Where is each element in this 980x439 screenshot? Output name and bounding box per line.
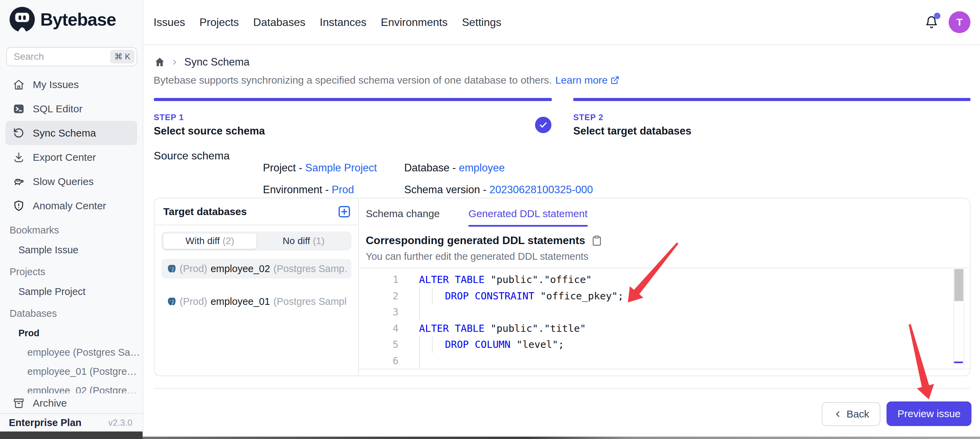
nav-issues[interactable]: Issues xyxy=(154,16,185,29)
sql-text: "office_pkey"; xyxy=(535,288,624,305)
ddl-tabs: Schema change Generated DDL statement xyxy=(366,208,970,227)
brand-wordmark: Bytebase xyxy=(40,9,116,30)
nav-settings[interactable]: Settings xyxy=(462,16,501,29)
target-databases-panel: Target databases With diff (2) No diff (… xyxy=(154,198,359,375)
line-number: 2 xyxy=(359,288,405,305)
sidebar-item-sample-issue[interactable]: Sample Issue xyxy=(0,240,143,259)
target-db-name: employee_01 xyxy=(210,296,270,307)
search-shortcut-badge: ⌘ K xyxy=(110,50,134,64)
editor-scrollbar[interactable] xyxy=(953,269,964,368)
sidebar-item-export-center[interactable]: Export Center xyxy=(0,145,143,169)
sidebar-item-label: Anomaly Center xyxy=(33,200,106,212)
step-1: STEP 1 Select source schema xyxy=(154,113,265,137)
nav-projects[interactable]: Projects xyxy=(199,16,239,29)
ddl-panel: Schema change Generated DDL statement Co… xyxy=(359,198,970,375)
sidebar-item-sync-schema[interactable]: Sync Schema xyxy=(5,121,137,145)
preview-issue-label: Preview issue xyxy=(897,408,961,420)
field-value-link[interactable]: Prod xyxy=(332,184,354,196)
code-line: 5 DROP COLUMN "level"; xyxy=(359,337,969,353)
nav-instances[interactable]: Instances xyxy=(320,16,366,29)
editor-overview-ruler-mark xyxy=(954,361,963,363)
bytebase-logo[interactable]: Bytebase xyxy=(0,0,143,32)
field-value-link[interactable]: 20230628100325-000 xyxy=(489,184,593,196)
plan-name: Enterprise Plan xyxy=(9,417,81,428)
learn-more-link[interactable]: Learn more xyxy=(555,74,619,86)
code-line: 6 xyxy=(359,353,969,369)
field-name: Schema version xyxy=(404,184,480,196)
avatar[interactable]: T xyxy=(948,11,970,33)
target-panel-title: Target databases xyxy=(164,206,337,217)
sidebar-group-projects: Projects xyxy=(0,262,143,282)
sidebar-groups: Bookmarks Sample Issue Projects Sample P… xyxy=(0,218,143,400)
back-button[interactable]: Back xyxy=(822,402,880,426)
preview-issue-button[interactable]: Preview issue xyxy=(886,401,972,426)
editor-scrollbar-thumb[interactable] xyxy=(955,269,963,301)
notification-bell[interactable] xyxy=(925,15,939,29)
footer-divider xyxy=(154,388,970,389)
bytebase-logo-icon xyxy=(10,7,35,32)
tab-schema-change[interactable]: Schema change xyxy=(366,208,440,227)
sidebar-item-slow-queries[interactable]: Slow Queries xyxy=(0,169,143,193)
copy-button[interactable] xyxy=(591,235,602,246)
tab-no-diff[interactable]: No diff (1) xyxy=(257,233,350,249)
sidebar-item-prod[interactable]: Prod xyxy=(0,324,143,343)
tab-with-diff[interactable]: With diff (2) xyxy=(163,233,257,249)
sync-icon xyxy=(13,127,25,139)
tab-generated-ddl[interactable]: Generated DDL statement xyxy=(468,208,588,227)
terminal-icon xyxy=(13,103,25,115)
sidebar-item-label: SQL Editor xyxy=(33,103,83,115)
sidebar-item-my-issues[interactable]: My Issues xyxy=(0,72,143,97)
step-completed-check xyxy=(535,117,551,133)
code-line: 4 ALTER TABLE "public"."title" xyxy=(359,321,969,337)
target-db-item-employee-01[interactable]: (Prod) employee_01 (Postgres Sampl… xyxy=(161,292,352,311)
nav-databases[interactable]: Databases xyxy=(253,16,305,29)
sidebar-item-sample-project[interactable]: Sample Project xyxy=(0,282,143,301)
code-line: 3 xyxy=(359,304,969,321)
breadcrumb: Sync Schema xyxy=(154,56,250,68)
sidebar-item-label: Archive xyxy=(33,397,67,409)
sidebar-item-archive[interactable]: Archive xyxy=(0,393,143,413)
tab-count: (1) xyxy=(313,236,325,246)
plan-bar: Enterprise Plan v2.3.0 xyxy=(0,413,143,431)
sidebar-group-bookmarks: Bookmarks xyxy=(0,220,143,240)
home-icon[interactable] xyxy=(154,57,165,68)
sidebar-group-databases: Databases xyxy=(0,303,143,324)
chevron-right-icon xyxy=(170,58,179,66)
step-1-title: Select source schema xyxy=(154,125,265,137)
indent-guide xyxy=(419,337,445,353)
target-db-env: (Prod) xyxy=(180,263,207,275)
page-description: Bytebase supports synchronizing a specif… xyxy=(154,74,619,86)
dock-strip-left xyxy=(0,431,143,439)
sql-keyword: DROP COLUMN xyxy=(445,337,511,353)
target-db-name: employee_02 xyxy=(210,263,270,275)
step2-progress-bar xyxy=(573,98,970,101)
target-db-instance: (Postgres Sampl… xyxy=(273,296,347,307)
diff-tabs: With diff (2) No diff (1) xyxy=(161,231,352,251)
target-db-instance: (Postgres Samp… xyxy=(273,263,347,275)
sidebar-item-sql-editor[interactable]: SQL Editor xyxy=(0,97,143,121)
page-title: Sync Schema xyxy=(184,56,250,68)
sql-keyword: DROP CONSTRAINT xyxy=(445,288,535,305)
sidebar: Bytebase ⌘ K My Issues SQL Editor xyxy=(0,0,143,431)
sidebar-item-db-employee-01[interactable]: employee_01 (Postgre… xyxy=(0,362,143,381)
step-2: STEP 2 Select target databases xyxy=(573,113,691,137)
target-db-item-employee-02[interactable]: (Prod) employee_02 (Postgres Samp… xyxy=(161,259,352,279)
sql-keyword: ALTER TABLE xyxy=(419,321,485,337)
tab-label: With diff xyxy=(186,236,220,246)
add-target-database-button[interactable] xyxy=(337,204,352,219)
nav-environments[interactable]: Environments xyxy=(381,16,448,29)
sql-text: "public"."title" xyxy=(485,321,586,337)
step1-progress-bar xyxy=(154,98,552,101)
ddl-code-editor[interactable]: 1 ALTER TABLE "public"."office" 2 DROP C… xyxy=(359,268,969,369)
sql-text: "level"; xyxy=(511,337,564,353)
back-label: Back xyxy=(846,408,869,420)
top-navigation: Issues Projects Databases Instances Envi… xyxy=(143,0,980,45)
ddl-heading: Corresponding generated DDL statements xyxy=(366,234,585,247)
description-text: Bytebase supports synchronizing a specif… xyxy=(154,74,552,86)
sidebar-item-db-employee[interactable]: employee (Postgres Sa… xyxy=(0,343,143,362)
app-window: Bytebase ⌘ K My Issues SQL Editor xyxy=(0,0,980,439)
home-icon xyxy=(13,79,25,91)
indent-guide xyxy=(419,353,445,369)
sidebar-item-anomaly-center[interactable]: Anomaly Center xyxy=(0,193,143,218)
ddl-subheading: You can further edit the generated DDL s… xyxy=(366,251,970,262)
